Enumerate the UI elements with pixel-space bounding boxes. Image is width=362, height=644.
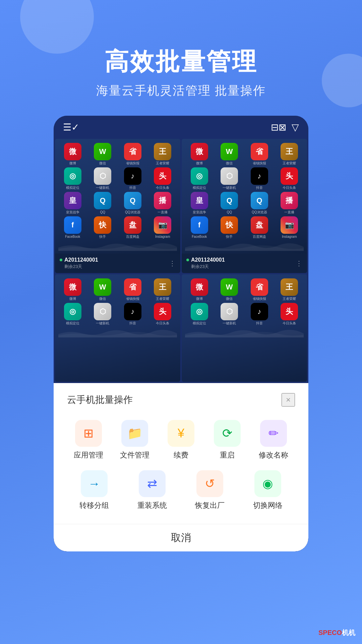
screen-landscape: [58, 241, 177, 251]
app-item[interactable]: QQQ: [215, 192, 244, 214]
app-item[interactable]: 省省钱快报: [118, 143, 147, 165]
app-item[interactable]: 微微博: [58, 143, 87, 165]
app-item[interactable]: W微信: [215, 143, 244, 165]
app-item[interactable]: 微微博: [185, 143, 214, 165]
screen-landscape: [185, 327, 304, 337]
app-label: 今日头条: [283, 321, 296, 325]
app-item[interactable]: 播一直播: [275, 192, 304, 214]
app-item[interactable]: 皇皇室战争: [58, 192, 87, 214]
app-icon-王者荣耀: 王: [281, 143, 298, 160]
app-label: QQ浏览器: [125, 210, 140, 214]
app-item[interactable]: ⬡一键新机: [215, 303, 244, 325]
app-icon-微博: 微: [64, 143, 81, 160]
app-item[interactable]: 微微博: [58, 278, 87, 301]
app-label: 今日头条: [156, 186, 169, 190]
app-item[interactable]: W微信: [88, 278, 117, 301]
app-item[interactable]: 微微博: [185, 278, 214, 301]
app-item[interactable]: 皇皇室战争: [185, 192, 214, 214]
app-label: QQ浏览器: [252, 210, 267, 214]
app-item[interactable]: 省省钱快报: [118, 278, 147, 301]
app-item[interactable]: W微信: [215, 278, 244, 301]
phone-cell-0[interactable]: 微微博W微信省省钱快报王王者荣耀◎模拟定位⬡一键新机♪抖音头今日头条皇皇室战争Q…: [55, 139, 180, 273]
app-item[interactable]: ♪抖音: [245, 303, 274, 325]
app-item[interactable]: ♪抖音: [118, 167, 147, 190]
app-item[interactable]: fFaceBook: [185, 216, 214, 239]
app-item[interactable]: 播一直播: [148, 192, 177, 214]
app-item[interactable]: W微信: [88, 143, 117, 165]
phone-cell-3[interactable]: 微微博W微信省省钱快报王王者荣耀◎模拟定位⬡一键新机♪抖音头今日头条: [182, 274, 307, 382]
phone-days: 剩余23天: [60, 264, 98, 270]
action-item-转移分组[interactable]: →转移分组: [67, 470, 122, 511]
app-item[interactable]: ⬡一键新机: [88, 303, 117, 325]
app-item[interactable]: 省省钱快报: [245, 143, 274, 165]
app-item[interactable]: 王王者荣耀: [148, 143, 177, 165]
hamburger-icon[interactable]: ☰✓: [63, 122, 79, 133]
app-item[interactable]: ◎模拟定位: [185, 303, 214, 325]
app-label: 皇室战争: [193, 210, 206, 214]
action-icon: ◉: [254, 470, 281, 497]
app-item[interactable]: QQQ浏览器: [245, 192, 274, 214]
app-item[interactable]: 王王者荣耀: [148, 278, 177, 301]
app-item[interactable]: 头今日头条: [148, 303, 177, 325]
app-item[interactable]: ♪抖音: [118, 303, 147, 325]
app-item[interactable]: 省省钱快报: [245, 278, 274, 301]
phone-id: A2011240001: [60, 257, 98, 263]
topbar-right: ⊟⊠ ▽: [271, 122, 299, 133]
phone-cell-2[interactable]: 微微博W微信省省钱快报王王者荣耀◎模拟定位⬡一键新机♪抖音头今日头条: [55, 274, 180, 382]
app-item[interactable]: fFaceBook: [58, 216, 87, 239]
app-item[interactable]: 快快手: [88, 216, 117, 239]
app-icon-今日头条: 头: [281, 303, 298, 320]
app-item[interactable]: QQQ浏览器: [118, 192, 147, 214]
app-item[interactable]: QQQ: [88, 192, 117, 214]
action-item-应用管理[interactable]: ⊞应用管理: [67, 420, 110, 460]
filter-icon[interactable]: ▽: [292, 122, 299, 133]
phone-cell-1[interactable]: 微微博W微信省省钱快报王王者荣耀◎模拟定位⬡一键新机♪抖音头今日头条皇皇室战争Q…: [182, 139, 307, 273]
close-button[interactable]: ×: [282, 393, 295, 407]
app-item[interactable]: 📷Instagram: [275, 216, 304, 239]
app-item[interactable]: ◎模拟定位: [58, 167, 87, 190]
app-icon-模拟定位: ◎: [64, 303, 81, 320]
bottom-sheet-title: 云手机批量操作: [67, 393, 133, 406]
action-item-重装系统[interactable]: ⇄重装系统: [125, 470, 180, 511]
app-label: Instagram: [155, 235, 170, 239]
phone-days: 剩余23天: [186, 264, 225, 270]
app-icon-抖音: ♪: [251, 303, 268, 320]
phone-more-menu[interactable]: ⋮: [169, 259, 176, 267]
app-label: 微博: [69, 161, 76, 165]
app-item[interactable]: 头今日头条: [148, 167, 177, 190]
app-row: fFaceBook快快手盘百度网盘📷Instagram: [185, 216, 304, 239]
action-item-文件管理[interactable]: 📁文件管理: [113, 420, 156, 460]
phone-grid: 微微博W微信省省钱快报王王者荣耀◎模拟定位⬡一键新机♪抖音头今日头条皇皇室战争Q…: [54, 139, 308, 383]
app-icon-快手: 快: [94, 216, 111, 234]
action-item-恢复出厂[interactable]: ↺恢复出厂: [183, 470, 237, 511]
app-icon-微博: 微: [64, 278, 81, 296]
app-icon-QQ: Q: [94, 192, 111, 209]
phone-more-menu[interactable]: ⋮: [296, 259, 302, 267]
app-icon-今日头条: 头: [281, 167, 298, 185]
action-item-重启[interactable]: ⟳重启: [206, 420, 249, 460]
action-item-修改名称[interactable]: ✏修改名称: [252, 420, 295, 460]
app-item[interactable]: 盘百度网盘: [245, 216, 274, 239]
phone-id-text: A2011240001: [191, 257, 225, 263]
app-label: 一直播: [284, 210, 294, 214]
app-item[interactable]: ♪抖音: [245, 167, 274, 190]
grid-view-icon[interactable]: ⊟⊠: [271, 122, 286, 133]
action-item-续费[interactable]: ¥续费: [160, 420, 202, 460]
app-item[interactable]: ◎模拟定位: [58, 303, 87, 325]
app-item[interactable]: 王王者荣耀: [275, 278, 304, 301]
app-label: FaceBook: [192, 235, 207, 239]
app-item[interactable]: 王王者荣耀: [275, 143, 304, 165]
app-item[interactable]: 头今日头条: [275, 303, 304, 325]
cancel-button[interactable]: 取消: [54, 524, 308, 551]
app-item[interactable]: 快快手: [215, 216, 244, 239]
app-item[interactable]: ◎模拟定位: [185, 167, 214, 190]
app-item[interactable]: ⬡一键新机: [88, 167, 117, 190]
action-item-切换网络[interactable]: ◉切换网络: [241, 470, 295, 511]
app-label: 一键新机: [96, 321, 109, 325]
action-row-2: →转移分组⇄重装系统↺恢复出厂◉切换网络: [67, 470, 295, 511]
app-item[interactable]: 盘百度网盘: [118, 216, 147, 239]
app-item[interactable]: 头今日头条: [275, 167, 304, 190]
app-item[interactable]: 📷Instagram: [148, 216, 177, 239]
app-label: 今日头条: [283, 186, 296, 190]
app-item[interactable]: ⬡一键新机: [215, 167, 244, 190]
